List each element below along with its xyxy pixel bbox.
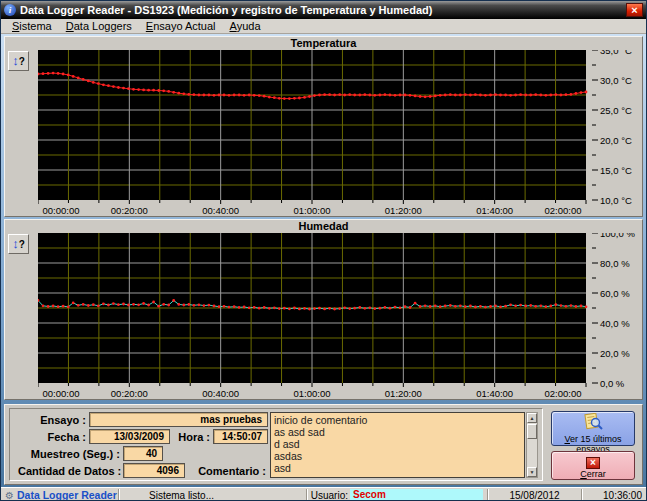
svg-text:01:20:00: 01:20:00 xyxy=(385,388,422,399)
gear-icon: ⚙ xyxy=(5,490,14,501)
svg-text:25,0 °C: 25,0 °C xyxy=(600,105,632,116)
humidity-scale-help-button[interactable]: ↕? xyxy=(8,234,29,254)
status-time: 10:36:00 xyxy=(582,489,646,501)
humidity-panel: Humedad ↕? 100,0 %80,0 %60,0 %40,0 %20,0… xyxy=(4,219,643,400)
cerrar-label: Cerrar xyxy=(552,469,634,479)
status-date: 15/08/2012 xyxy=(488,489,582,501)
question-icon: ? xyxy=(19,56,25,67)
svg-text:20,0 %: 20,0 % xyxy=(600,348,630,359)
ensayo-label: Ensayo : xyxy=(18,414,86,426)
svg-text:00:20:00: 00:20:00 xyxy=(111,388,148,399)
ensayo-fields-box: Ensayo : mas pruebas Fecha : 13/03/2009 … xyxy=(9,408,543,481)
comentario-textarea[interactable]: inicio de comentario as asd sad d asd as… xyxy=(270,412,525,478)
statusbar-app-name: Data Logger Reader xyxy=(17,489,117,501)
app-window: i Data Logger Reader - DS1923 (Medición … xyxy=(0,0,647,501)
svg-text:01:20:00: 01:20:00 xyxy=(385,205,422,216)
muestreo-label: Muestreo (Seg.) : xyxy=(18,448,120,460)
svg-text:30,0 °C: 30,0 °C xyxy=(600,75,632,86)
svg-text:35,0 °C: 35,0 °C xyxy=(600,50,632,56)
muestreo-field[interactable]: 40 xyxy=(123,446,163,461)
title-bar: i Data Logger Reader - DS1923 (Medición … xyxy=(1,1,646,19)
fecha-label: Fecha : xyxy=(18,431,86,443)
svg-text:01:00:00: 01:00:00 xyxy=(294,205,331,216)
temperature-scale-help-button[interactable]: ↕? xyxy=(8,51,29,71)
hora-field[interactable]: 14:50:07 xyxy=(213,429,268,444)
svg-text:20,0 °C: 20,0 °C xyxy=(600,135,632,146)
svg-text:01:40:00: 01:40:00 xyxy=(476,205,513,216)
svg-text:80,0 %: 80,0 % xyxy=(600,258,630,269)
svg-text:60,0 %: 60,0 % xyxy=(600,288,630,299)
svg-text:01:40:00: 01:40:00 xyxy=(476,388,513,399)
status-message: Sistema listo... xyxy=(119,489,307,501)
humidity-chart-title: Humedad xyxy=(5,220,642,233)
cantidad-datos-label: Cantidad de Datos : xyxy=(18,465,120,477)
hora-label: Hora : xyxy=(172,431,210,443)
menu-ensayo-actual[interactable]: Ensayo Actual xyxy=(139,20,223,32)
client-area: Temperatura ↕? 35,0 °C30,0 °C25,0 °C20,0… xyxy=(1,34,646,487)
scroll-down-icon[interactable]: ▼ xyxy=(527,467,537,477)
svg-text:10,0 °C: 10,0 °C xyxy=(600,195,632,206)
svg-text:100,0 %: 100,0 % xyxy=(600,233,635,239)
temperature-panel: Temperatura ↕? 35,0 °C30,0 °C25,0 °C20,0… xyxy=(4,36,643,217)
menu-ayuda[interactable]: Ayuda xyxy=(223,20,268,32)
svg-text:00:40:00: 00:40:00 xyxy=(202,388,239,399)
svg-text:0,0 %: 0,0 % xyxy=(600,378,625,389)
status-bar: ⚙ Data Logger Reader Sistema listo... Us… xyxy=(1,487,646,501)
ensayo-field[interactable]: mas pruebas xyxy=(89,412,268,427)
svg-text:01:00:00: 01:00:00 xyxy=(294,388,331,399)
svg-text:15,0 °C: 15,0 °C xyxy=(600,165,632,176)
scrollbar-thumb[interactable] xyxy=(527,424,537,439)
svg-text:00:40:00: 00:40:00 xyxy=(202,205,239,216)
menu-data-loggers[interactable]: Data Loggers xyxy=(59,20,139,32)
ver-ultimos-ensayos-button[interactable]: Ver 15 últimos ensayos xyxy=(551,411,635,446)
svg-text:00:00:00: 00:00:00 xyxy=(43,205,80,216)
svg-text:02:00:00: 02:00:00 xyxy=(545,388,582,399)
svg-text:00:20:00: 00:20:00 xyxy=(111,205,148,216)
svg-text:00:00:00: 00:00:00 xyxy=(43,388,80,399)
cantidad-datos-field[interactable]: 4096 xyxy=(123,463,185,478)
usuario-label: Usuario: xyxy=(311,490,348,501)
menu-sistema[interactable]: Sistema xyxy=(5,20,59,32)
humidity-chart[interactable]: 100,0 %80,0 %60,0 %40,0 %20,0 %0,0 %00:0… xyxy=(38,233,642,399)
cerrar-button[interactable]: × Cerrar xyxy=(551,451,635,480)
close-icon[interactable]: × xyxy=(626,3,643,17)
temperature-chart-title: Temperatura xyxy=(5,37,642,50)
comentario-label: Comentario : xyxy=(180,465,266,477)
comentario-scrollbar[interactable]: ▲ ▼ xyxy=(526,412,538,478)
usuario-value: Secom xyxy=(350,489,483,501)
window-title: Data Logger Reader - DS1923 (Medición y … xyxy=(20,4,626,16)
temperature-chart[interactable]: 35,0 °C30,0 °C25,0 °C20,0 °C15,0 °C10,0 … xyxy=(38,50,642,216)
document-magnifier-icon xyxy=(582,413,604,431)
menu-bar: Sistema Data Loggers Ensayo Actual Ayuda xyxy=(1,19,646,34)
svg-text:02:00:00: 02:00:00 xyxy=(545,205,582,216)
scroll-up-icon[interactable]: ▲ xyxy=(527,413,537,423)
question-icon: ? xyxy=(19,239,25,250)
ensayo-details-panel: Ensayo : mas pruebas Fecha : 13/03/2009 … xyxy=(4,404,643,485)
app-icon: i xyxy=(4,4,16,16)
close-x-icon: × xyxy=(586,457,600,469)
fecha-field[interactable]: 13/03/2009 xyxy=(89,429,170,444)
svg-text:40,0 %: 40,0 % xyxy=(600,318,630,329)
